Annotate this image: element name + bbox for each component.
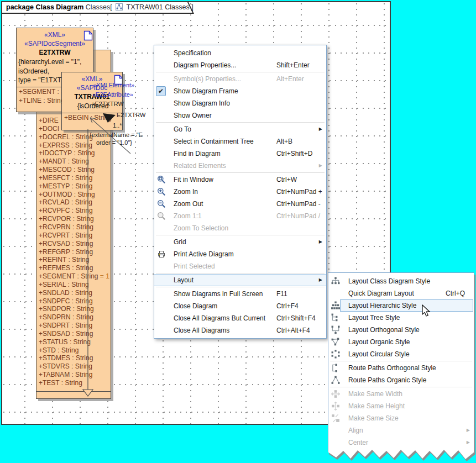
menu-item-make-same-size: Make Same Size: [328, 412, 474, 424]
menu-item-route-paths-organic-style[interactable]: Route Paths Organic Style: [328, 374, 474, 386]
menu-item-label: Show Diagram Frame: [174, 85, 238, 97]
layout-tree-icon: [331, 313, 340, 322]
menu-item-label: Zoom In: [174, 186, 198, 198]
menu-item-layout-class-diagram-style[interactable]: Layout Class Diagram Style: [328, 275, 474, 287]
submenu-arrow-icon: ▶: [319, 160, 322, 172]
menu-item-label: Show Diagrams in Full Screen: [174, 288, 263, 300]
menu-item-close-all-diagrams-but-current[interactable]: Close All Diagrams But CurrentCtrl+Shift…: [154, 312, 326, 324]
menu-item-label: Layout Orthogonal Style: [348, 324, 420, 336]
menu-item-layout-tree-style[interactable]: Layout Tree Style: [328, 312, 474, 324]
menu-item-show-diagrams-in-full-screen[interactable]: Show Diagrams in Full ScreenF11: [154, 288, 326, 300]
submenu-arrow-icon: ▶: [319, 123, 322, 135]
class-attribute: +MESTYP : String: [39, 182, 111, 191]
frame-keyword-title: package Class Diagram: [6, 3, 83, 11]
menu-item-show-diagram-info[interactable]: Show Diagram Info: [154, 97, 326, 109]
menu-item-related-elements: Related Elements▶: [154, 160, 326, 172]
attribute-list: +DIRE+DOCI+DOCREL : String+EXPRSS : Stri…: [39, 117, 111, 387]
menu-item-label: Show Diagram Info: [174, 97, 230, 109]
menu-item-find-in-diagram[interactable]: Find in DiagramCtrl+Shift+D: [154, 148, 326, 160]
make-same-width-icon: [331, 390, 340, 398]
menu-item-shortcut: Ctrl+Shift+D: [276, 148, 312, 160]
menu-item-quick-diagram-layout[interactable]: Quick Diagram LayoutCtrl+Q: [328, 287, 474, 299]
menu-item-layout-orthogonal-style[interactable]: Layout Orthogonal Style: [328, 324, 474, 336]
print-icon: [157, 250, 166, 259]
menu-item-label: Route Paths Organic Style: [348, 374, 426, 386]
class-attribute: +TABNAM : String: [39, 371, 111, 379]
menu-separator: [156, 122, 325, 123]
menu-item-layout[interactable]: Layout▶: [154, 274, 326, 286]
menu-item-shortcut: Ctrl+Shift+F4: [276, 312, 316, 324]
menu-item-show-owner[interactable]: Show Owner: [154, 109, 326, 122]
class-attribute: +REFMES : String: [39, 264, 111, 272]
submenu-arrow-icon: ▶: [467, 424, 470, 436]
menu-item-shortcut: Ctrl+F4: [276, 300, 299, 312]
class-attribute: +SNDSAD : String: [39, 330, 111, 338]
menu-item-shortcut: Ctrl+NumPad +: [276, 186, 322, 198]
route-organic-icon: [331, 376, 340, 385]
menu-item-label: Layout Class Diagram Style: [348, 275, 430, 287]
menu-item-label: Layout Circular Style: [348, 348, 410, 360]
menu-item-close-diagram[interactable]: Close DiagramCtrl+F4: [154, 300, 326, 312]
class-attribute: +RCVPFC : String: [39, 207, 111, 215]
menu-item-label: Make Same Height: [348, 400, 405, 412]
submenu-arrow-icon: ▶: [319, 236, 322, 248]
menu-item-align: Align▶: [328, 424, 474, 436]
menu-item-go-to[interactable]: Go To▶: [154, 123, 326, 135]
menu-item-label: Related Elements: [174, 160, 226, 172]
menu-item-shortcut: Ctrl+NumPad /: [276, 210, 320, 222]
menu-separator: [156, 235, 325, 235]
class-attribute: +RCVPRT : String: [39, 232, 111, 240]
class-attribute: +REFINT : String: [39, 256, 111, 264]
menu-item-show-diagram-frame[interactable]: ✔Show Diagram Frame: [154, 85, 326, 97]
class-attribute: +SNDPRN : String: [39, 313, 111, 322]
menu-item-label: Layout Organic Style: [348, 336, 410, 348]
menu-item-shortcut: Alt+Enter: [276, 73, 304, 85]
layout-circular-icon: [331, 350, 340, 359]
menu-item-shortcut: Ctrl+Alt+F4: [276, 324, 310, 336]
menu-item-label: Zoom To Selection: [174, 222, 228, 234]
menu-item-label: Make Same Width: [348, 388, 402, 400]
make-same-height-icon: [331, 402, 340, 411]
menu-item-close-all-diagrams[interactable]: Close All DiagramsCtrl+Alt+F4: [154, 324, 326, 336]
menu-item-route-paths-orthogonal-style[interactable]: Route Paths Orthogonal Style: [328, 362, 474, 374]
zoom-out-icon: [157, 199, 166, 208]
context-menu: SpecificationDiagram Properties...Shift+…: [154, 45, 327, 339]
menu-item-specification[interactable]: Specification: [154, 47, 326, 59]
menu-item-zoom-1-1: Zoom 1:1Ctrl+NumPad /: [154, 210, 326, 222]
diagram-frame-tab[interactable]: package Class Diagram Classes[ TXTRAW01 …: [2, 2, 197, 14]
menu-separator: [156, 273, 325, 273]
class-diagram-icon: [116, 3, 123, 12]
class-attribute: +RCVSAD : String: [39, 240, 111, 248]
label-e2eattribute: «E2EAttribute»: [92, 91, 133, 98]
menu-item-zoom-in[interactable]: Zoom InCtrl+NumPad +: [154, 186, 326, 198]
submenu-arrow-icon: ▶: [467, 436, 470, 449]
menu-item-layout-organic-style[interactable]: Layout Organic Style: [328, 336, 474, 348]
menu-item-select-in-containment-tree[interactable]: Select in Containment TreeAlt+B: [154, 135, 326, 148]
menu-item-grid[interactable]: Grid▶: [154, 236, 326, 248]
menu-item-print-selected: Print Selected: [154, 260, 326, 272]
menu-item-symbol-s-properties: Symbol(s) Properties...Alt+Enter: [154, 73, 326, 85]
class-attribute: +MESCOD : String: [39, 166, 111, 174]
checkmark-icon: ✔: [156, 86, 166, 96]
menu-item-label: Print Selected: [174, 260, 215, 272]
menu-item-diagram-properties[interactable]: Diagram Properties...Shift+Enter: [154, 59, 326, 71]
screenshot-root: package Class Diagram Classes[ TXTRAW01 …: [0, 0, 476, 463]
menu-item-label: Close All Diagrams But Current: [174, 312, 265, 324]
class-attribute: +RCVPOR : String: [39, 215, 111, 223]
menu-separator: [330, 387, 472, 387]
menu-separator: [156, 72, 325, 72]
menu-item-label: Layout Hierarchic Style: [348, 299, 416, 312]
menu-item-layout-circular-style[interactable]: Layout Circular Style: [328, 348, 474, 360]
menu-item-fit-in-window[interactable]: Fit in WindowCtrl+W: [154, 173, 326, 186]
menu-item-label: Show Owner: [174, 109, 212, 122]
menu-item-layout-hierarchic-style[interactable]: Layout Hierarchic Style: [328, 299, 474, 312]
menu-item-print-active-diagram[interactable]: Print Active Diagram: [154, 248, 326, 260]
menu-item-label: Make Same Size: [348, 412, 399, 424]
menu-item-shortcut: Ctrl+NumPad -: [276, 198, 321, 210]
bottom-compartment-line: [36, 391, 111, 392]
class-attribute: +STDVRS : String: [39, 362, 111, 371]
menu-item-label: Close Diagram: [174, 300, 217, 312]
class-attribute: +SNDPRT : String: [39, 322, 111, 330]
label-role-plus: +E2TXTRW: [91, 101, 124, 107]
menu-item-zoom-out[interactable]: Zoom OutCtrl+NumPad -: [154, 198, 326, 210]
